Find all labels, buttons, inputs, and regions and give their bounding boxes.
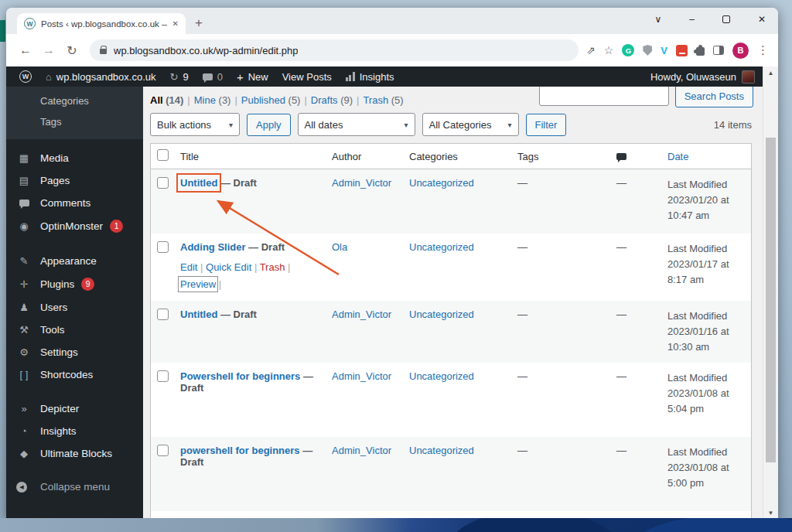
- back-icon[interactable]: ←: [15, 43, 36, 57]
- sidebar-item-optinmonster[interactable]: ◉OptinMonster1: [6, 214, 143, 238]
- grammarly-extension-icon[interactable]: G: [622, 44, 634, 56]
- category-link[interactable]: Uncategorized: [409, 241, 474, 253]
- sidebar-item-shortcodes[interactable]: [ ]Shortcodes: [6, 363, 143, 386]
- post-title-link-highlighted[interactable]: Untitled: [180, 177, 217, 189]
- chevron-down-icon: ▾: [229, 121, 233, 129]
- post-title-link[interactable]: powershell for beginners: [180, 445, 300, 456]
- share-icon[interactable]: ⇗: [586, 44, 596, 56]
- author-link[interactable]: Admin_Victor: [332, 177, 391, 189]
- browser-window: W Posts ‹ wp.blogsandbox.co.uk — ✕ + ∨ –…: [6, 8, 778, 520]
- row-action-trash[interactable]: Trash: [260, 261, 285, 273]
- wp-logo-menu[interactable]: W: [12, 66, 39, 87]
- select-all-checkbox[interactable]: [157, 149, 169, 161]
- search-posts-input[interactable]: [539, 87, 669, 106]
- apply-button[interactable]: Apply: [247, 114, 291, 136]
- scrollbar-thumb[interactable]: [766, 138, 776, 462]
- column-date[interactable]: Date: [661, 144, 751, 169]
- row-action-preview[interactable]: Preview: [180, 278, 216, 290]
- tab-search-chevron-icon[interactable]: ∨: [654, 14, 661, 25]
- row-checkbox[interactable]: [157, 177, 169, 189]
- site-name-menu[interactable]: ⌂ wp.blogsandbox.co.uk: [39, 66, 163, 87]
- bookmark-star-icon[interactable]: ☆: [604, 44, 614, 56]
- sidebar-subitem-categories[interactable]: Categories: [6, 90, 143, 111]
- forward-icon[interactable]: →: [39, 43, 59, 57]
- updates-menu[interactable]: ↻ 9: [163, 66, 196, 87]
- scrollbar-down-icon[interactable]: ▼: [763, 510, 778, 517]
- view-filter-mine[interactable]: Mine (3): [194, 94, 231, 106]
- category-link[interactable]: Uncategorized: [409, 309, 474, 320]
- sidebar-item-insights[interactable]: ◔Insights: [6, 420, 143, 442]
- shield-extension-icon[interactable]: [643, 45, 652, 56]
- insights-menu[interactable]: Insights: [339, 66, 401, 87]
- row-checkbox[interactable]: [157, 309, 169, 320]
- search-posts-button[interactable]: Search Posts: [675, 87, 753, 107]
- sidebar-item-appearance[interactable]: ✎Appearance: [6, 250, 143, 272]
- minimize-icon[interactable]: –: [689, 14, 695, 25]
- browser-tab[interactable]: W Posts ‹ wp.blogsandbox.co.uk — ✕: [17, 13, 186, 34]
- view-posts-menu[interactable]: View Posts: [275, 66, 339, 87]
- post-title-link[interactable]: Powershell for beginners: [180, 370, 300, 382]
- post-title-link[interactable]: Untitled: [180, 309, 217, 320]
- column-title[interactable]: Title: [174, 144, 326, 169]
- sidebar-collapse-menu[interactable]: ◀Collapse menu: [6, 476, 143, 498]
- close-icon[interactable]: ✕: [758, 14, 766, 25]
- author-link[interactable]: Ola: [332, 241, 347, 253]
- menu-dots-icon[interactable]: ⋮: [757, 43, 769, 57]
- view-filter-drafts[interactable]: Drafts (9): [311, 94, 353, 106]
- scrollbar-up-icon[interactable]: ▲: [763, 70, 778, 77]
- sidebar-subitem-tags[interactable]: Tags: [6, 111, 143, 132]
- post-title-link[interactable]: Adding Slider: [180, 241, 246, 253]
- comments-menu[interactable]: 0: [196, 66, 230, 87]
- all-categories-select[interactable]: All Categories▾: [422, 113, 519, 136]
- reload-icon[interactable]: ↻: [62, 43, 82, 58]
- sidebar-item-users[interactable]: ♟Users: [6, 296, 143, 319]
- post-state: — Draft: [217, 177, 257, 189]
- row-action-quick-edit[interactable]: Quick Edit: [206, 261, 251, 273]
- sidebar-item-tools[interactable]: ⚒Tools: [6, 319, 143, 341]
- vimeo-extension-icon[interactable]: V: [661, 45, 667, 56]
- maximize-icon[interactable]: [722, 15, 730, 23]
- bulk-actions-select[interactable]: Bulk actions▾: [150, 113, 240, 136]
- category-link[interactable]: Uncategorized: [409, 177, 474, 189]
- author-link[interactable]: Admin_Victor: [332, 309, 391, 320]
- sidebar-item-ultimate-blocks[interactable]: ◆Ultimate Blocks: [6, 442, 143, 465]
- sidebar-item-comments[interactable]: Comments: [6, 192, 143, 214]
- account-menu[interactable]: Howdy, Oluwaseun: [650, 70, 756, 84]
- sidebar-item-label: Users: [40, 302, 67, 313]
- lock-icon[interactable]: [100, 49, 107, 54]
- row-action-edit[interactable]: Edit: [180, 261, 197, 273]
- all-dates-select[interactable]: All dates▾: [298, 113, 415, 136]
- sidebar-item-settings[interactable]: ⚙Settings: [6, 341, 143, 363]
- side-panel-icon[interactable]: [713, 46, 724, 55]
- sidebar-item-plugins[interactable]: ✛Plugins9: [6, 272, 143, 296]
- view-filter-all[interactable]: All (14): [150, 94, 183, 106]
- profile-avatar[interactable]: B: [732, 43, 749, 59]
- author-link[interactable]: Admin_Victor: [332, 370, 391, 382]
- toolbar-right: ⇗ ☆ G V B ⋮: [586, 43, 769, 59]
- scrollbar[interactable]: ▲ ▼: [763, 66, 778, 520]
- row-checkbox[interactable]: [157, 241, 169, 253]
- tags-cell: —: [517, 309, 527, 320]
- filter-button[interactable]: Filter: [526, 114, 567, 136]
- author-link[interactable]: Admin_Victor: [332, 445, 391, 456]
- address-bar[interactable]: wp.blogsandbox.co.uk/wp-admin/edit.php: [90, 39, 579, 61]
- post-row-untitled: Untitled — DraftAdmin_VictorUncategorize…: [151, 301, 751, 363]
- sidebar-item-media[interactable]: ▦Media: [6, 147, 143, 169]
- comments-column-icon[interactable]: [616, 153, 626, 160]
- post-state: — Draft: [217, 309, 257, 320]
- view-filter-trash[interactable]: Trash (5): [363, 94, 403, 106]
- table-header-row: Title Author Categories Tags Date: [151, 144, 751, 169]
- category-link[interactable]: Uncategorized: [409, 370, 474, 382]
- row-checkbox[interactable]: [157, 370, 169, 382]
- red-extension-icon[interactable]: [676, 45, 688, 56]
- new-content-menu[interactable]: + New: [230, 66, 275, 87]
- category-link[interactable]: Uncategorized: [409, 445, 474, 456]
- tab-close-icon[interactable]: ✕: [172, 19, 179, 28]
- sidebar-item-pages[interactable]: ▤Pages: [6, 169, 143, 192]
- view-filter-published[interactable]: Published (5): [241, 94, 301, 106]
- sidebar-item-label: Insights: [40, 425, 77, 437]
- new-tab-button[interactable]: +: [195, 15, 203, 31]
- row-checkbox[interactable]: [157, 445, 169, 456]
- extensions-puzzle-icon[interactable]: [696, 47, 705, 56]
- sidebar-item-depicter[interactable]: »Depicter: [6, 397, 143, 420]
